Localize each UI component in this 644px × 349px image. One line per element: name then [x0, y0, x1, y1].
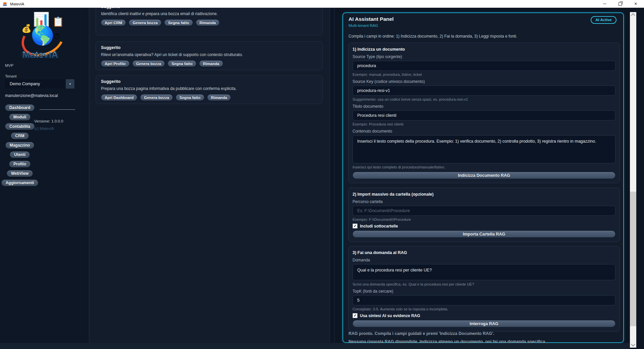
titolo-documento-input[interactable]: [353, 110, 615, 120]
mvp-label: MVP: [5, 63, 13, 67]
sidebar-item-crm[interactable]: CRM: [11, 133, 29, 139]
rimanda-button[interactable]: Rimanda: [196, 19, 220, 26]
sidebar-item-moduli[interactable]: Moduli: [9, 114, 31, 120]
globe-icon: 🌎: [31, 26, 54, 45]
clock-icon: ⏱: [54, 33, 60, 41]
segna-fatto-button[interactable]: Segna fatto: [176, 94, 204, 101]
rimanda-button[interactable]: Rimanda: [207, 94, 231, 101]
chart-icon: 📊: [33, 12, 50, 26]
card-text: Rilevi un'anomalia operativa? Apri un ti…: [101, 52, 317, 57]
source-type-label: Source Type (tipo sorgente): [353, 54, 615, 59]
sidebar-item-webview[interactable]: WebView: [7, 170, 33, 177]
card-text: Identifica clienti inattivi e prepara un…: [101, 11, 317, 16]
card-title: Suggerito: [101, 8, 317, 9]
minimize-button[interactable]: [597, 0, 612, 8]
includi-sottocartelle-label: Includi sottocartelle: [360, 224, 398, 229]
card-text: Prepara una bozza pagina informativa da …: [101, 86, 317, 91]
percorso-cartella-help: Esempio: F:\\Documenti\\Procedure: [353, 217, 615, 221]
genera-bozza-button[interactable]: Genera bozza: [140, 94, 173, 101]
tenant-dropdown[interactable]: Demo Company ▼: [5, 79, 74, 89]
sidebar-divider: [40, 109, 75, 110]
segna-fatto-button[interactable]: Segna fatto: [168, 60, 196, 67]
ai-assistant-panel: AI Assistant Panel Multi-tenant RAG AI A…: [342, 12, 624, 343]
topk-help: Consigliato: 3-5. Aumenta solo se la ris…: [353, 307, 615, 311]
domanda-label: Domanda: [353, 258, 615, 262]
section-title: 3) Fai una domanda al RAG: [353, 250, 615, 255]
scroll-down-button[interactable]: [630, 342, 636, 348]
sidebar: 📊 🌎 💰 📋 ⏱ MatevIA MVP Tenant Demo Compan…: [0, 8, 89, 349]
restore-button[interactable]: [612, 0, 628, 8]
suggestions-list: Suggerito Identifica clienti inattivi e …: [89, 8, 330, 343]
includi-sottocartelle-checkbox[interactable]: ✓: [353, 223, 358, 229]
section-title: 2) Import massivo da cartella (opzionale…: [353, 191, 615, 197]
topk-input[interactable]: [353, 295, 615, 305]
titlebar: MatevIA ✕: [0, 0, 644, 8]
rimanda-button[interactable]: Rimanda: [199, 60, 223, 67]
source-key-help: Suggerimento: usa un codice breve senza …: [353, 97, 615, 101]
topk-label: TopK (fonti da cercare): [353, 289, 615, 294]
minimize-icon: [603, 4, 606, 4]
window-bottom-strip: [0, 343, 630, 349]
indicizza-documento-rag-button[interactable]: Indicizza Documento RAG: [353, 172, 615, 179]
contenuto-documento-label: Contenuto documento: [353, 129, 615, 134]
percorso-cartella-label: Percorso cartella: [353, 199, 615, 204]
card-title: Suggerito: [101, 79, 317, 84]
genera-bozza-button[interactable]: Genera bozza: [129, 19, 161, 26]
scroll-up-button[interactable]: [630, 12, 636, 18]
segna-fatto-button[interactable]: Segna fatto: [164, 19, 193, 26]
sidebar-item-aggiornamenti[interactable]: Aggiornamenti: [1, 180, 39, 186]
interroga-rag-button[interactable]: Interroga RAG: [353, 320, 615, 327]
apri-dashboard-button[interactable]: Apri Dashboard: [101, 94, 137, 101]
source-key-input[interactable]: [353, 86, 615, 96]
tenant-selected-value: Demo Company: [10, 82, 66, 86]
card-title: Suggerito: [101, 45, 317, 50]
clipboard-icon: 📋: [52, 17, 64, 27]
sidebar-item-utenti[interactable]: Utenti: [10, 151, 30, 158]
source-key-label: Source Key (codice univoco documento): [353, 79, 615, 84]
suggestion-card: Suggerito Rilevi un'anomalia operativa? …: [96, 41, 323, 70]
importa-cartella-rag-button[interactable]: Importa Cartella RAG: [353, 231, 615, 238]
tenant-label: Tenant: [5, 74, 17, 78]
restore-icon: [619, 2, 622, 6]
ai-active-badge: AI Active: [591, 16, 616, 24]
version-label: Versione: 1.0.0.0: [34, 119, 63, 123]
copyright-label: (c) MatevIA: [34, 127, 54, 131]
usa-sintesi-ai-label: Usa sintesi AI su evidenze RAG: [360, 313, 420, 318]
usa-sintesi-ai-checkbox[interactable]: ✓: [353, 313, 358, 318]
chevron-down-icon[interactable]: ▼: [66, 79, 74, 89]
domanda-textarea[interactable]: Qual e la procedura resi per cliente UE?: [353, 264, 615, 280]
apri-crm-button[interactable]: Apri CRM: [101, 19, 126, 26]
scrollbar-thumb[interactable]: [630, 192, 636, 326]
domanda-help: Scrivi una domanda specifica, es. Qual e…: [353, 282, 615, 286]
source-type-input[interactable]: [353, 61, 615, 71]
percorso-cartella-input[interactable]: [353, 206, 615, 216]
section-import-cartella: 2) Import massivo da cartella (opzionale…: [348, 188, 620, 242]
chevron-down-icon: [631, 342, 635, 347]
contenuto-documento-help: Inserisci qui testo completo di procedur…: [353, 165, 615, 169]
contenuto-documento-textarea[interactable]: Inserisci il testo completo della proced…: [353, 135, 615, 163]
panel-intro: Compila i campi in ordine: 1) Indicizza …: [348, 34, 517, 39]
apri-profilo-button[interactable]: Apri Profilo: [101, 60, 129, 67]
section-domanda-rag: 3) Fai una domanda al RAG Domanda Qual e…: [348, 246, 620, 332]
suggestion-card: Suggerito Identifica clienti inattivi e …: [96, 8, 323, 35]
sidebar-item-magazzino[interactable]: Magazzino: [5, 142, 35, 149]
section-indicizza-documento: 1) Indicizza un documento Source Type (t…: [348, 43, 620, 183]
sidebar-item-dashboard[interactable]: Dashboard: [5, 104, 35, 111]
window-title: MatevIA: [10, 2, 24, 6]
user-email: manutenzione@matevia.local: [5, 93, 58, 98]
close-icon: ✕: [634, 2, 637, 6]
logo-wordmark: MatevIA: [0, 50, 80, 60]
app-logo: 📊 🌎 💰 📋 ⏱: [21, 14, 68, 51]
window-scrollbar[interactable]: [630, 12, 636, 348]
sidebar-item-profilo[interactable]: Profilo: [9, 161, 31, 167]
app-icon: [3, 2, 7, 6]
panel-title: AI Assistant Panel: [348, 16, 394, 22]
sidebar-item-contabilita[interactable]: Contabilita: [5, 123, 35, 130]
genera-bozza-button[interactable]: Genera bozza: [132, 60, 165, 67]
titolo-documento-label: Titolo documento: [353, 104, 615, 109]
close-button[interactable]: ✕: [628, 0, 643, 8]
content-scrollbar[interactable]: [330, 8, 335, 343]
section-title: 1) Indicizza un documento: [353, 46, 615, 52]
panel-subtitle: Multi-tenant RAG: [348, 23, 378, 28]
money-icon: 💰: [21, 24, 32, 33]
